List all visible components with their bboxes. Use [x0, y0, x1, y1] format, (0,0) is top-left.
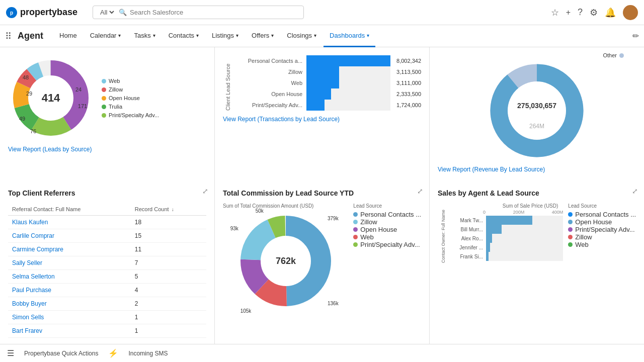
commission-legend-item: Print/Specialty Adv...: [353, 241, 421, 248]
referrer-count: 7: [131, 256, 206, 270]
table-header: Referral Contact: Full Name Record Count…: [8, 203, 206, 216]
agent-bar-wrap: [486, 225, 563, 234]
logo-icon: p: [6, 7, 17, 18]
commission-title: Total Commission by Lead Source YTD: [223, 189, 421, 197]
agent-name: Frank Si...: [448, 254, 483, 259]
svg-text:49: 49: [19, 116, 25, 122]
referrers-panel: Top Client Referrers ⤢ Referral Contact:…: [0, 181, 214, 346]
referrer-name[interactable]: Bobby Buyer: [8, 297, 131, 311]
agent-name: Mark Tw...: [448, 218, 483, 223]
table-row: Selma Sellerton 5: [8, 270, 206, 284]
leads-view-report[interactable]: View Report (Leads by Source): [8, 146, 92, 153]
table-row: Carlile Comprar 15: [8, 229, 206, 243]
expand-icon-sales[interactable]: ⤢: [632, 187, 638, 195]
table-row: Carmine Comprare 11: [8, 243, 206, 256]
sales-chart-with-axis: Contact Owner: Full Name 0 200M 400M Mar…: [438, 210, 563, 268]
nav-item-home[interactable]: Home: [53, 25, 83, 47]
chevron-icon: ▾: [367, 33, 369, 38]
search-filter[interactable]: All: [98, 8, 116, 17]
legend-dot: [353, 212, 358, 217]
expand-icon-commission[interactable]: ⤢: [417, 187, 423, 195]
referrers-tbody: Klaus Kaufen 18 Carlile Comprar 15 Carmi…: [8, 216, 206, 338]
leads-source-panel: 29 49 76 24 171 48 414 Web Zillow: [0, 47, 214, 181]
transactions-chart-wrap: Client Lead Source Personal Contacts a..…: [223, 55, 421, 111]
svg-text:76: 76: [30, 128, 36, 134]
agent-bar: [486, 243, 490, 252]
bar-fill: [306, 77, 339, 88]
referrer-name[interactable]: Simon Sells: [8, 311, 131, 324]
commission-legend: Lead Source Personal Contacts ...ZillowO…: [353, 203, 421, 248]
agent-name: Jennifer ...: [448, 245, 483, 250]
referrer-name[interactable]: Klaus Kaufen: [8, 216, 131, 229]
leads-legend: Web Zillow Open House Trulia Print/Speci…: [102, 78, 159, 118]
sort-icon: ↓: [172, 207, 174, 212]
bar-label: Personal Contacts a...: [237, 58, 302, 64]
bar-label: Web: [237, 80, 302, 86]
segment-label-136k: 136k: [328, 301, 339, 306]
sales-content: Sum of Sale Price (USD) Contact Owner: F…: [438, 203, 636, 268]
help-icon[interactable]: ?: [578, 7, 583, 18]
svg-text:275,030,657: 275,030,657: [517, 102, 556, 110]
svg-text:171: 171: [78, 103, 87, 109]
bar-row: Print/Specialty Adv... 1,724,000: [237, 100, 421, 111]
nav-item-tasks[interactable]: Tasks ▾: [128, 25, 161, 47]
gear-icon[interactable]: ⚙: [590, 7, 598, 18]
search-input[interactable]: [130, 9, 298, 16]
search-bar[interactable]: All 🔍: [93, 6, 304, 19]
expand-icon[interactable]: ⤢: [202, 187, 208, 195]
revenue-view-report[interactable]: View Report (Revenue By Lead Source): [438, 166, 545, 173]
nav-item-contacts[interactable]: Contacts ▾: [163, 25, 205, 47]
leads-donut-container: 29 49 76 24 171 48 414 Web Zillow: [8, 55, 206, 141]
referrer-name[interactable]: Paul Purchase: [8, 284, 131, 297]
nav-item-closings[interactable]: Closings ▾: [281, 25, 323, 47]
nav-item-dashboards[interactable]: Dashboards ▾: [324, 25, 375, 47]
referrer-name[interactable]: Carlile Comprar: [8, 229, 131, 243]
commission-legend-item: Web: [353, 233, 421, 241]
legend-dot: [568, 235, 573, 239]
nav-item-offers[interactable]: Offers ▾: [246, 25, 280, 47]
revenue-donut-wrap: 275,030,657 264M: [438, 60, 636, 161]
svg-text:762k: 762k: [276, 256, 296, 266]
revenue-donut: 275,030,657 264M: [487, 60, 587, 161]
agent-bar: [486, 225, 502, 234]
y-axis-label: Client Lead Source: [223, 55, 233, 111]
bar-row: Web 3,111,000: [237, 77, 421, 88]
legend-print: Print/Specialty Adv...: [102, 112, 159, 118]
referrer-name[interactable]: Bart Frarev: [8, 324, 131, 338]
referrer-name[interactable]: Carmine Comprare: [8, 243, 131, 256]
segment-label-105k: 105k: [240, 308, 252, 314]
transactions-bar-chart: Personal Contacts a... 8,002,342 Zillow …: [237, 55, 421, 111]
search-icon: 🔍: [119, 9, 127, 16]
sales-agent-title: Sales by Agent & Lead Source: [438, 189, 636, 197]
chevron-icon: ▾: [271, 33, 274, 38]
referrer-name[interactable]: Selma Sellerton: [8, 270, 131, 284]
bar-value: 2,333,500: [396, 91, 421, 97]
bar-value: 3,113,500: [396, 69, 421, 75]
transactions-view-report[interactable]: View Report (Transactions by Lead Source…: [223, 116, 340, 123]
table-row: Bobby Buyer 2: [8, 297, 206, 311]
favorites-icon[interactable]: ☆: [551, 7, 559, 18]
svg-point-18: [508, 81, 566, 140]
nav-item-calendar[interactable]: Calendar ▾: [84, 25, 127, 47]
svg-text:48: 48: [23, 74, 29, 80]
referrer-name[interactable]: Sally Seller: [8, 256, 131, 270]
avatar[interactable]: [623, 5, 638, 20]
bell-icon[interactable]: 🔔: [605, 7, 616, 18]
agent-row: Alex Ro...: [448, 234, 563, 243]
trulia-dot: [102, 105, 106, 109]
legend-dot: [353, 220, 358, 224]
legend-dot: [568, 220, 573, 224]
add-icon[interactable]: +: [566, 8, 571, 17]
legend-trulia: Trulia: [102, 104, 159, 110]
segment-label-93k: 93k: [230, 226, 238, 231]
referrer-count: 15: [131, 229, 206, 243]
edit-icon[interactable]: ✏: [632, 31, 639, 41]
nav-item-listings[interactable]: Listings ▾: [206, 25, 245, 47]
app-grid-icon[interactable]: ⠿: [5, 31, 12, 42]
legend-dot: [568, 242, 573, 247]
agent-bars: 0 200M 400M Mark Tw... Bill Murr... Alex…: [448, 210, 563, 261]
segment-label-50k: 50k: [256, 208, 264, 214]
segment-label-379k: 379k: [328, 216, 339, 221]
table-row: Bart Frarev 1: [8, 324, 206, 338]
referrer-count: 2: [131, 297, 206, 311]
